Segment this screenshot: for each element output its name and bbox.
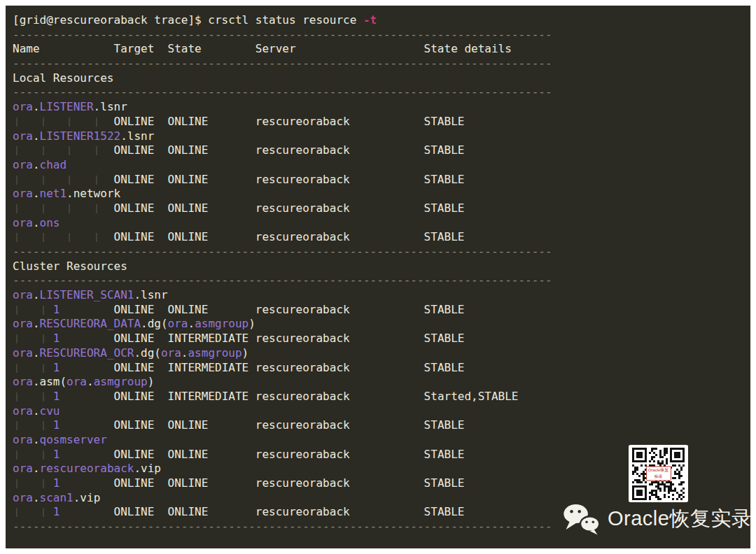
column-guide-tick: [69, 233, 70, 242]
wechat-icon: [562, 502, 601, 536]
section-title-local-resources: Local Resources: [13, 71, 750, 86]
column-guide-tick: [43, 306, 44, 315]
resource-status-line: ONLINE ONLINE rescureoraback STABLE: [13, 115, 750, 129]
section-title-cluster-resources: Cluster Resources: [13, 260, 750, 274]
column-guide-tick: [16, 233, 18, 242]
separator-line: ----------------------------------------…: [13, 85, 750, 100]
resource-name-line: ora.net1.network: [13, 187, 750, 201]
column-guide-tick: [16, 450, 18, 460]
column-guide-tick: [16, 421, 18, 430]
column-guide-tick: [43, 508, 44, 517]
resource-status-line: 1 ONLINE INTERMEDIATE rescureoraback Sta…: [13, 390, 750, 404]
column-guide-tick: [16, 306, 18, 315]
resource-status-line: ONLINE ONLINE rescureoraback STABLE: [13, 230, 750, 245]
resource-status-line: 1 ONLINE ONLINE rescureoraback STABLE: [13, 418, 750, 433]
resource-name-line: ora.RESCUREORA_OCR.dg(ora.asmgroup): [13, 346, 750, 361]
column-guide-tick: [16, 392, 18, 402]
column-guide-tick: [16, 146, 18, 155]
column-guide-tick: [69, 176, 70, 185]
resource-name-line: ora.asm(ora.asmgroup): [13, 375, 750, 390]
column-guide-tick: [96, 146, 97, 155]
terminal-screen[interactable]: [grid@rescureoraback trace]$ crsctl stat…: [6, 6, 750, 548]
qr-label-line1: Oracle恢复: [647, 467, 671, 474]
wechat-branding: Oracle恢复实录: [562, 502, 752, 536]
column-guide-tick: [43, 479, 44, 488]
qr-label-line2: 实录: [647, 474, 671, 480]
column-guide-tick: [96, 118, 97, 127]
column-guide-tick: [43, 233, 44, 242]
resource-status-line: 1 ONLINE ONLINE rescureoraback STABLE: [13, 303, 750, 318]
column-guide-tick: [43, 204, 44, 213]
column-guide-tick: [16, 334, 18, 343]
resource-name-line: ora.RESCUREORA_DATA.dg(ora.asmgroup): [13, 317, 750, 332]
column-guide-tick: [16, 364, 18, 373]
screenshot-root: { "colors": { "frame": "#ffffff", "bg": …: [0, 0, 756, 554]
column-guide-tick: [96, 204, 97, 213]
separator-line: ----------------------------------------…: [13, 245, 750, 260]
column-guide-tick: [16, 508, 18, 517]
resource-status-line: ONLINE ONLINE rescureoraback STABLE: [13, 143, 750, 158]
qr-code: Oracle恢复 实录: [629, 445, 688, 502]
column-guide-tick: [69, 146, 70, 155]
column-guide-tick: [16, 204, 18, 213]
column-guide-tick: [96, 233, 97, 242]
column-guide-tick: [16, 479, 18, 488]
resource-name-line: ora.LISTENER_SCAN1.lsnr: [13, 288, 750, 303]
resource-status-line: 1 ONLINE INTERMEDIATE rescureoraback STA…: [13, 361, 750, 376]
separator-line: ----------------------------------------…: [13, 274, 750, 288]
column-guide-tick: [43, 450, 44, 460]
column-guide-tick: [43, 334, 44, 343]
column-guide-tick: [96, 176, 97, 185]
column-guide-tick: [43, 146, 44, 155]
prompt-line: [grid@rescureoraback trace]$ crsctl stat…: [13, 13, 750, 28]
column-guide-tick: [43, 421, 44, 430]
separator-line: ----------------------------------------…: [13, 57, 750, 71]
column-guide-tick: [16, 176, 18, 185]
column-guide-tick: [43, 118, 44, 127]
resource-status-line: ONLINE ONLINE rescureoraback STABLE: [13, 173, 750, 187]
resource-name-line: ora.cvu: [13, 404, 750, 419]
resource-name-line: ora.chad: [13, 158, 750, 173]
qr-center-label: Oracle恢复 实录: [646, 467, 671, 481]
column-guide-tick: [43, 392, 44, 402]
column-guide-tick: [43, 364, 44, 373]
resource-name-line: ora.ons: [13, 216, 750, 231]
separator-line: ----------------------------------------…: [13, 28, 750, 43]
resource-name-line: ora.LISTENER1522.lsnr: [13, 129, 750, 144]
resource-status-line: ONLINE ONLINE rescureoraback STABLE: [13, 201, 750, 216]
column-guide-tick: [69, 118, 70, 127]
account-name: Oracle恢复实录: [608, 505, 752, 533]
column-guide-tick: [16, 118, 18, 127]
table-header-line: Name Target State Server State details: [13, 42, 750, 57]
column-guide-tick: [43, 176, 44, 185]
column-guide-tick: [69, 204, 70, 213]
resource-status-line: 1 ONLINE INTERMEDIATE rescureoraback STA…: [13, 332, 750, 346]
resource-name-line: ora.LISTENER.lsnr: [13, 100, 750, 115]
